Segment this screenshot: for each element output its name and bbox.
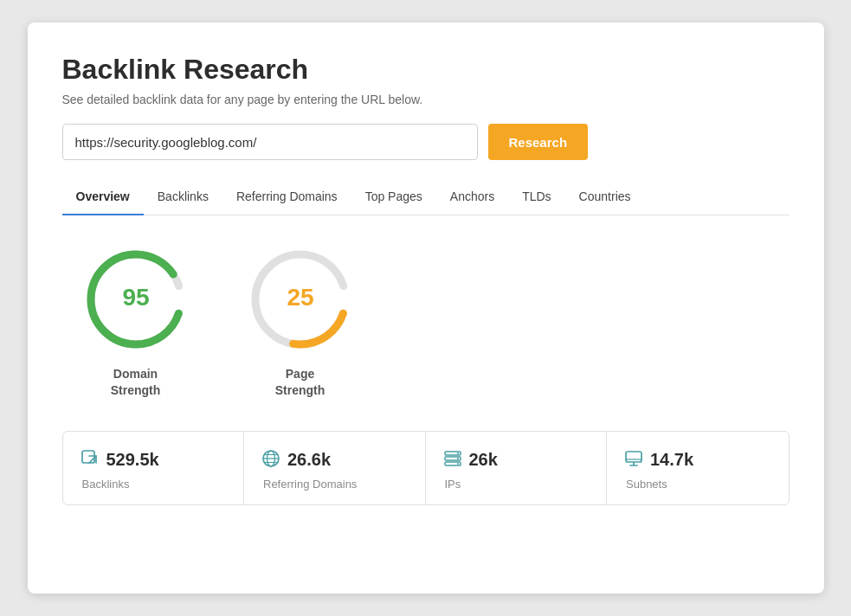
domain-strength-gauge: 95 DomainStrength (80, 243, 192, 400)
stat-ips-top: 26k (443, 449, 498, 471)
subtitle: See detailed backlink data for any page … (62, 93, 790, 106)
domain-strength-label: DomainStrength (111, 366, 161, 400)
stat-subnets: 14.7k Subnets (607, 432, 789, 504)
backlinks-icon (81, 449, 100, 471)
svg-point-13 (457, 452, 459, 454)
page-strength-label: PageStrength (275, 366, 326, 400)
search-row: Research (62, 124, 790, 160)
stats-grid: 529.5k Backlinks 26.6k Referring Domai (62, 431, 790, 505)
main-card: Backlink Research See detailed backlink … (28, 22, 824, 594)
page-strength-gauge: 25 PageStrength (244, 243, 357, 400)
tab-countries[interactable]: Countries (565, 181, 645, 215)
svg-rect-16 (626, 452, 641, 462)
tabs-bar: Overview Backlinks Referring Domains Top… (62, 181, 790, 215)
metrics-area: 95 DomainStrength 25 PageStrength (62, 243, 790, 400)
globe-icon (261, 449, 280, 471)
stat-subnets-top: 14.7k (624, 449, 693, 471)
tab-anchors[interactable]: Anchors (436, 181, 508, 215)
subnets-value: 14.7k (650, 450, 693, 470)
svg-point-14 (457, 458, 459, 459)
tab-backlinks[interactable]: Backlinks (144, 181, 222, 215)
server-icon (443, 449, 462, 471)
backlinks-value: 529.5k (106, 450, 159, 470)
tab-tlds[interactable]: TLDs (508, 181, 564, 215)
svg-rect-4 (82, 451, 94, 463)
backlinks-label: Backlinks (82, 478, 130, 491)
tab-overview[interactable]: Overview (62, 181, 144, 215)
stat-referring-domains-top: 26.6k (261, 449, 331, 471)
tab-referring-domains[interactable]: Referring Domains (222, 181, 351, 215)
page-strength-svg: 25 (244, 243, 357, 356)
ips-label: IPs (445, 478, 461, 491)
stat-backlinks: 529.5k Backlinks (63, 432, 245, 504)
stat-ips: 26k IPs (426, 432, 608, 504)
referring-domains-value: 26.6k (287, 450, 331, 470)
domain-strength-value: 95 (122, 284, 149, 311)
stat-referring-domains: 26.6k Referring Domains (244, 432, 426, 504)
research-button[interactable]: Research (488, 124, 589, 160)
stat-backlinks-top: 529.5k (81, 449, 159, 471)
domain-strength-svg: 95 (80, 243, 192, 356)
tab-top-pages[interactable]: Top Pages (351, 181, 436, 215)
url-input[interactable] (62, 124, 478, 160)
monitor-icon (624, 449, 643, 471)
page-strength-value: 25 (287, 284, 313, 311)
subnets-label: Subnets (626, 478, 667, 491)
page-title: Backlink Research (62, 54, 790, 86)
referring-domains-label: Referring Domains (263, 478, 357, 491)
ips-value: 26k (469, 450, 498, 470)
svg-point-15 (457, 463, 459, 465)
